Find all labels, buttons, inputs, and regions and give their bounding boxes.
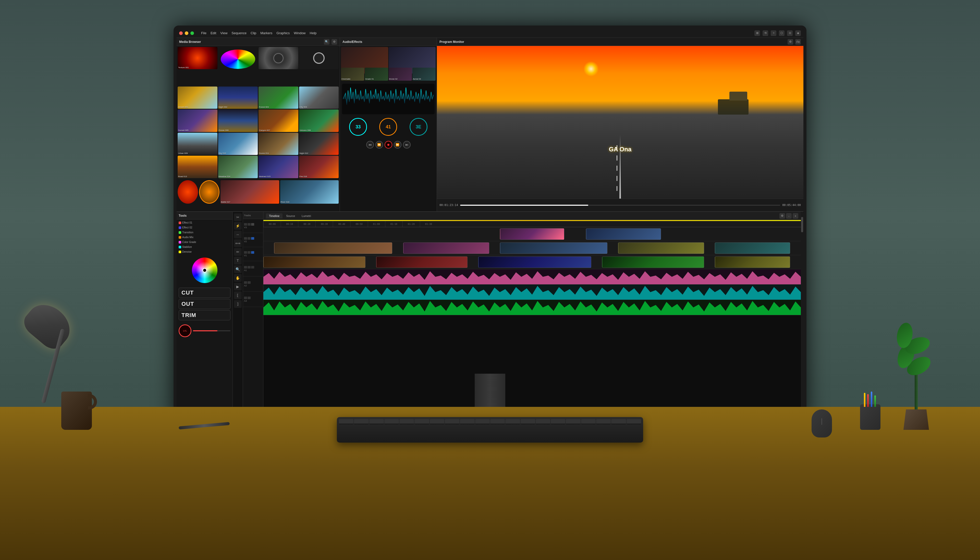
tool-ripple[interactable]: ⟦: [234, 292, 242, 299]
list-item[interactable]: Meadow 014: [218, 156, 258, 178]
list-item[interactable]: Canyon 007: [258, 110, 298, 132]
key[interactable]: [536, 419, 550, 424]
video-clip[interactable]: [602, 257, 704, 267]
timeline-settings-button[interactable]: ⚙: [779, 213, 785, 219]
key[interactable]: [354, 419, 369, 424]
key[interactable]: [460, 419, 474, 424]
track-lock-button[interactable]: [248, 237, 251, 240]
track-content-v3[interactable]: [263, 227, 801, 241]
minimize-window-button[interactable]: [185, 32, 188, 35]
video-clip[interactable]: [274, 242, 392, 253]
key[interactable]: [505, 419, 520, 424]
video-clip[interactable]: [618, 242, 704, 253]
key[interactable]: [581, 419, 596, 424]
media-thumb-knob-2[interactable]: [299, 47, 339, 69]
video-clip[interactable]: [500, 228, 564, 239]
play-back-button[interactable]: ⏮: [366, 141, 374, 148]
list-item[interactable]: Stabilize: [178, 245, 231, 249]
toolbar-icon-1[interactable]: ⊞: [754, 30, 760, 36]
tool-slip[interactable]: ↔: [234, 231, 242, 238]
list-item[interactable]: Transition: [178, 230, 231, 235]
video-clip[interactable]: [263, 257, 366, 267]
list-item[interactable]: Urban 009: [178, 133, 218, 155]
track-content-a2[interactable]: [263, 285, 801, 300]
track-solo-button[interactable]: [248, 266, 251, 268]
key[interactable]: [430, 419, 444, 424]
media-browser-settings-button[interactable]: ⚙: [331, 39, 337, 45]
video-clip[interactable]: [403, 242, 489, 253]
track-solo-button[interactable]: [248, 297, 251, 299]
menu-clip[interactable]: Clip: [251, 31, 256, 35]
maximize-window-button[interactable]: [190, 32, 194, 35]
color-wheel-dot[interactable]: [203, 268, 207, 272]
key[interactable]: [490, 419, 505, 424]
key[interactable]: [445, 419, 459, 424]
track-mute-button[interactable]: [244, 266, 247, 268]
list-item[interactable]: Road 013: [178, 156, 218, 178]
track-content-v2[interactable]: [263, 241, 801, 255]
list-item[interactable]: Battle 017: [221, 180, 279, 204]
toolbar-icon-3[interactable]: ✧: [771, 30, 776, 36]
preview-settings-button[interactable]: ⚙: [787, 39, 793, 45]
video-clip[interactable]: [715, 242, 790, 253]
list-item[interactable]: Effect 02: [178, 225, 231, 230]
track-content-a3[interactable]: [263, 300, 801, 315]
track-eye-button[interactable]: [244, 237, 247, 240]
key[interactable]: [399, 419, 414, 424]
key[interactable]: [475, 419, 490, 424]
key[interactable]: [596, 419, 611, 424]
menu-graphics[interactable]: Graphics: [276, 31, 290, 35]
tab-lumetri[interactable]: Lumetri: [299, 213, 314, 218]
tab-timeline[interactable]: Timeline: [266, 213, 283, 218]
rewind-button[interactable]: ⏪: [375, 141, 383, 148]
menu-window[interactable]: Window: [294, 31, 306, 35]
toolbar-icon-6[interactable]: ◈: [795, 30, 801, 36]
tool-hand[interactable]: ✋: [234, 274, 242, 282]
list-item[interactable]: Abstract 015: [258, 156, 298, 178]
track-eye-button[interactable]: [244, 251, 247, 254]
record-button[interactable]: ⏺: [384, 141, 392, 148]
menu-sequence[interactable]: Sequence: [231, 31, 246, 35]
key[interactable]: [611, 419, 626, 424]
playhead-bar[interactable]: [460, 205, 780, 206]
menu-edit[interactable]: Edit: [211, 31, 216, 35]
track-record-button[interactable]: [251, 266, 254, 268]
color-wheel[interactable]: [192, 258, 218, 283]
tool-roll[interactable]: ⟧: [234, 300, 242, 308]
tool-pen[interactable]: ✏: [234, 248, 242, 256]
key[interactable]: [414, 419, 429, 424]
trim-tool-button[interactable]: TRIM: [179, 310, 230, 320]
list-item[interactable]: Desert 001: [178, 87, 218, 109]
track-lock-button[interactable]: [248, 223, 251, 226]
list-item[interactable]: Night 002: [218, 87, 258, 109]
video-clip[interactable]: [715, 257, 790, 267]
key[interactable]: [521, 419, 535, 424]
list-item[interactable]: Denoise: [178, 250, 231, 254]
list-item[interactable]: Ocean 006: [218, 110, 258, 132]
list-item[interactable]: Sunset 005: [178, 110, 218, 132]
tool-slide[interactable]: ⟺: [234, 239, 242, 247]
cut-tool-button[interactable]: CUT: [179, 288, 230, 298]
list-item[interactable]: Sky 010: [218, 133, 258, 155]
menu-markers[interactable]: Markers: [260, 31, 272, 35]
key[interactable]: [551, 419, 565, 424]
close-window-button[interactable]: [179, 32, 183, 35]
media-thumb-knob-1[interactable]: [258, 47, 298, 69]
video-clip[interactable]: [376, 257, 468, 267]
list-item[interactable]: Volcano 008: [299, 110, 339, 132]
list-item[interactable]: Cinematic: [341, 68, 364, 81]
list-item[interactable]: Effect 01: [178, 220, 231, 225]
list-item[interactable]: Drone 02: [389, 68, 412, 81]
track-content-v1[interactable]: [263, 255, 801, 269]
tab-source[interactable]: Source: [283, 213, 298, 218]
list-item[interactable]: City 004: [299, 87, 339, 109]
media-thumb-special-1[interactable]: Texture 001: [178, 47, 218, 69]
video-clip[interactable]: [586, 228, 661, 239]
list-item[interactable]: Aerial 03: [413, 68, 436, 81]
list-item[interactable]: Color Grade: [178, 240, 231, 244]
track-solo-button[interactable]: [251, 237, 254, 240]
track-solo-button[interactable]: [251, 251, 254, 254]
key[interactable]: [369, 419, 384, 424]
track-content-a1[interactable]: [263, 269, 801, 284]
play-end-button[interactable]: ⏭: [403, 141, 411, 148]
